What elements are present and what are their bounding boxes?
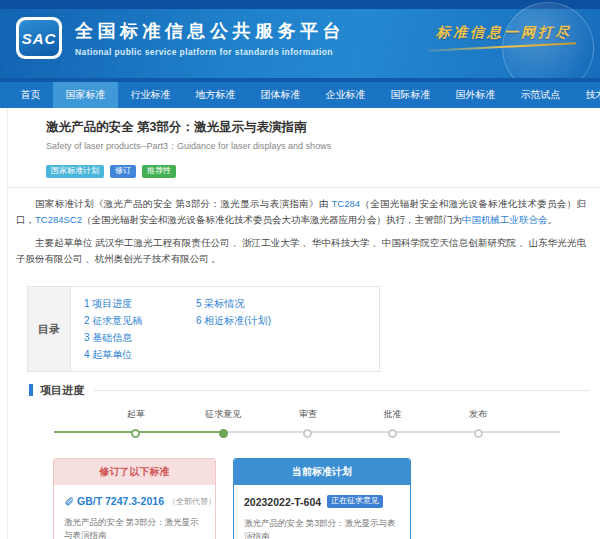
nav-item-7[interactable]: 国外标准 bbox=[443, 82, 508, 108]
progress-step-pending: 发布 bbox=[443, 408, 513, 438]
tc284sc2-link[interactable]: TC284SC2 bbox=[35, 214, 82, 225]
toc-column-2: 5 采标情况6 相近标准(计划) bbox=[196, 295, 308, 363]
nav-item-1[interactable]: 国家标准 bbox=[53, 82, 118, 108]
nav-item-6[interactable]: 国际标准 bbox=[378, 82, 443, 108]
progress-timeline: 起草征求意见审查批准发布 bbox=[66, 404, 548, 446]
header-slogan: 标准信息一网打尽 bbox=[436, 24, 572, 42]
step-label: 批准 bbox=[358, 408, 428, 421]
standard-badge-2: 推荐性 bbox=[142, 165, 176, 178]
step-dot bbox=[388, 429, 397, 438]
current-plan-description: 激光产品的安全 第3部分：激光显示与表演指南 bbox=[244, 517, 400, 539]
intro-text: （全国光辐射安全和激光设备标准化技术委员会大功率激光器应用分会）执行，主管部门为 bbox=[82, 214, 462, 225]
step-dot bbox=[303, 429, 312, 438]
site-subtitle: National public service platform for sta… bbox=[75, 47, 345, 57]
plan-number: 20232022-T-604 bbox=[244, 496, 321, 508]
site-title: 全国标准信息公共服务平台 bbox=[75, 19, 345, 43]
standard-title-block: 激光产品的安全 第3部分：激光显示与表演指南 Safety of laser p… bbox=[8, 108, 600, 188]
intro-text: 国家标准计划《激光产品的安全 第3部分：激光显示与表演指南》由 bbox=[35, 198, 332, 209]
table-of-contents: 目录 1 项目进度2 征求意见稿3 基础信息4 起草单位 5 采标情况6 相近标… bbox=[27, 286, 380, 372]
page-content: 激光产品的安全 第3部分：激光显示与表演指南 Safety of laser p… bbox=[7, 108, 600, 539]
revised-standard-card: 修订了以下标准 GB/T 7247.3-2016 （全部代替） 激光产品的安全 … bbox=[53, 458, 216, 539]
sac-logo-text: SAC bbox=[22, 30, 57, 47]
header-bottom-strip bbox=[0, 78, 600, 82]
revised-card-header: 修订了以下标准 bbox=[54, 459, 215, 485]
progress-step-current: 征求意见 bbox=[188, 408, 258, 438]
nav-item-0[interactable]: 首页 bbox=[8, 82, 53, 108]
nav-item-8[interactable]: 示范试点 bbox=[508, 82, 573, 108]
site-header: SAC 全国标准信息公共服务平台 National public service… bbox=[0, 0, 600, 82]
gbt-standard-link[interactable]: GB/T 7247.3-2016 bbox=[77, 495, 164, 507]
progress-step-pending: 审查 bbox=[273, 408, 343, 438]
intro-paragraph: 国家标准计划《激光产品的安全 第3部分：激光显示与表演指南》由 TC284（全国… bbox=[16, 196, 586, 228]
nav-item-4[interactable]: 团体标准 bbox=[248, 82, 313, 108]
toc-column-1: 1 项目进度2 征求意见稿3 基础信息4 起草单位 bbox=[84, 295, 196, 363]
current-plan-card: 当前标准计划 20232022-T-604 正在征求意见 激光产品的安全 第3部… bbox=[233, 458, 411, 539]
ministry-link[interactable]: 中国机械工业联合会 bbox=[462, 214, 548, 225]
standard-cards: 修订了以下标准 GB/T 7247.3-2016 （全部代替） 激光产品的安全 … bbox=[8, 446, 600, 539]
progress-section-header: 项目进度 bbox=[8, 382, 600, 398]
progress-section-title: 项目进度 bbox=[40, 383, 84, 398]
standard-badge-1: 修订 bbox=[110, 165, 136, 178]
step-label: 发布 bbox=[443, 408, 513, 421]
toc-item[interactable]: 5 采标情况 bbox=[196, 295, 308, 312]
step-dot bbox=[474, 429, 483, 438]
nav-item-2[interactable]: 行业标准 bbox=[118, 82, 183, 108]
revised-standard-description: 激光产品的安全 第3部分：激光显示与表演指南 bbox=[64, 516, 205, 539]
sac-logo[interactable]: SAC bbox=[16, 17, 62, 59]
page-title-english: Safety of laser products--Part3：Guidance… bbox=[46, 140, 580, 153]
tc284-link[interactable]: TC284 bbox=[332, 198, 361, 209]
progress-step-pending: 批准 bbox=[358, 408, 428, 438]
step-dot bbox=[131, 429, 140, 438]
section-marker bbox=[29, 384, 33, 396]
paperclip-icon bbox=[64, 496, 74, 506]
toc-label: 目录 bbox=[28, 287, 71, 371]
step-label: 征求意见 bbox=[188, 408, 258, 421]
toc-item[interactable]: 2 征求意见稿 bbox=[84, 312, 196, 329]
drafting-units-paragraph: 主要起草单位 武汉华工激光工程有限责任公司 、浙江工业大学 、华中科技大学 、中… bbox=[16, 235, 586, 267]
standard-badge-0: 国家标准计划 bbox=[46, 165, 104, 178]
page-title: 激光产品的安全 第3部分：激光显示与表演指南 bbox=[46, 119, 580, 136]
soliciting-status-badge: 正在征求意见 bbox=[327, 495, 383, 508]
current-card-header: 当前标准计划 bbox=[234, 459, 410, 485]
section-divider bbox=[94, 390, 590, 391]
step-dot bbox=[219, 429, 228, 438]
step-label: 审查 bbox=[273, 408, 343, 421]
intro-text: 。 bbox=[548, 214, 558, 225]
toc-item[interactable]: 1 项目进度 bbox=[84, 295, 196, 312]
nav-item-9[interactable]: 技术委员会 bbox=[573, 82, 600, 108]
standard-intro: 国家标准计划《激光产品的安全 第3部分：激光显示与表演指南》由 TC284（全国… bbox=[8, 188, 600, 276]
progress-step-done: 起草 bbox=[101, 408, 171, 438]
step-label: 起草 bbox=[101, 408, 171, 421]
standard-badges: 国家标准计划修订推荐性 bbox=[46, 159, 580, 178]
sac-logo-inner: SAC bbox=[19, 20, 59, 56]
main-nav: 首页国家标准行业标准地方标准团体标准企业标准国际标准国外标准示范试点技术委员会 bbox=[0, 82, 600, 108]
toc-item[interactable]: 3 基础信息 bbox=[84, 329, 196, 346]
progress-section: 项目进度 起草征求意见审查批准发布 bbox=[8, 382, 600, 446]
nav-item-5[interactable]: 企业标准 bbox=[313, 82, 378, 108]
nav-item-3[interactable]: 地方标准 bbox=[183, 82, 248, 108]
toc-item[interactable]: 6 相近标准(计划) bbox=[196, 312, 308, 329]
replacement-note: （全部代替） bbox=[168, 496, 216, 507]
toc-item[interactable]: 4 起草单位 bbox=[84, 346, 196, 363]
